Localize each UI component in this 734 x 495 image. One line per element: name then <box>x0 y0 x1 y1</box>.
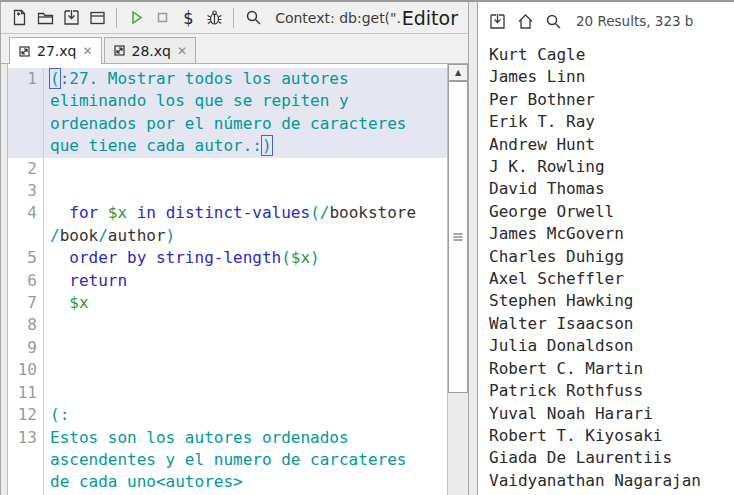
result-item: Per Bothner <box>489 89 734 111</box>
line-number: 10 <box>8 359 44 381</box>
editor-toolbar: $ Context: db:get("... E <box>1 2 468 34</box>
result-item: Stephen Hawking <box>489 290 734 312</box>
results-list[interactable]: Kurt CagleJames LinnPer BothnerErik T. R… <box>478 40 734 495</box>
code-line[interactable]: 3 <box>8 180 447 202</box>
editor-left-edge <box>1 64 8 495</box>
code-line[interactable]: 5 order by string-length($x) <box>8 247 447 269</box>
result-item: Kurt Cagle <box>489 44 734 66</box>
line-number: 3 <box>8 180 44 202</box>
open-folder-button[interactable] <box>33 5 57 31</box>
results-panel: 20 Results, 323 b Kurt CagleJames LinnPe… <box>478 2 734 495</box>
line-number: 1 <box>8 68 44 158</box>
code-line[interactable]: 12(: <box>8 404 447 426</box>
line-number: 5 <box>8 247 44 269</box>
result-item: Julia Donaldson <box>489 335 734 357</box>
line-number: 4 <box>8 202 44 247</box>
editor-scrollbar[interactable]: ▲ <box>447 64 468 495</box>
archive-icon <box>88 8 107 27</box>
save-icon <box>62 8 81 27</box>
line-number: 7 <box>8 292 44 314</box>
code-line-text: (:27. Mostrar todos los autores eliminan… <box>44 68 447 158</box>
scrollbar-up-arrow[interactable]: ▲ <box>448 64 468 81</box>
code-line[interactable]: 7 $x <box>8 292 447 314</box>
toolbar-separator <box>116 8 117 28</box>
new-file-icon <box>10 8 29 27</box>
home-icon <box>516 12 535 31</box>
code-line-text <box>44 337 447 359</box>
code-text-area[interactable]: 1(:27. Mostrar todos los autores elimina… <box>8 64 447 495</box>
context-label: Context: db:get("... <box>275 10 400 26</box>
run-query-button[interactable] <box>124 5 148 31</box>
result-item: Yuval Noah Harari <box>489 403 734 425</box>
code-line-text <box>44 314 447 336</box>
line-number: 2 <box>8 158 44 180</box>
tab-label: 27.xq <box>37 43 76 59</box>
line-number: 11 <box>8 382 44 404</box>
result-item: Giada De Laurentiis <box>489 447 734 469</box>
search-icon <box>244 8 263 27</box>
line-number: 13 <box>8 427 44 494</box>
line-number: 12 <box>8 404 44 426</box>
line-number: 6 <box>8 270 44 292</box>
result-item: Robert T. Kiyosaki <box>489 425 734 447</box>
code-editor: 1(:27. Mostrar todos los autores elimina… <box>1 64 468 495</box>
panel-splitter[interactable] <box>468 2 478 495</box>
result-item: Charles Duhigg <box>489 246 734 268</box>
code-line[interactable]: 9 <box>8 337 447 359</box>
result-item: Andrew Hunt <box>489 134 734 156</box>
open-folder-icon <box>36 8 55 27</box>
save-icon <box>488 12 507 31</box>
tab-28xq[interactable]: 28.xq ✕ <box>104 37 197 63</box>
archive-button[interactable] <box>85 5 109 31</box>
scrollbar-grip-icon <box>454 234 463 241</box>
code-line-text: $x <box>44 292 447 314</box>
code-line-text <box>44 359 447 381</box>
line-number: 9 <box>8 337 44 359</box>
results-summary: 20 Results, 323 b <box>576 13 693 29</box>
result-item: Patrick Rothfuss <box>489 380 734 402</box>
app-window: $ Context: db:get("... E <box>0 0 734 495</box>
code-line[interactable]: 11 <box>8 382 447 404</box>
jump-search-button[interactable] <box>241 5 265 31</box>
editor-tabstrip: 27.xq ✕ 28.xq ✕ <box>1 34 468 64</box>
code-line-text: Estos son los autores ordenados ascenden… <box>44 427 447 494</box>
code-line-text: (: <box>44 404 447 426</box>
toolbar-separator <box>233 8 234 28</box>
result-item: George Orwell <box>489 201 734 223</box>
result-item: J K. Rowling <box>489 156 734 178</box>
find-result-button[interactable] <box>540 8 566 34</box>
scrollbar-thumb[interactable] <box>448 81 468 393</box>
code-line[interactable]: 4 for $x in distinct-values(/bookstore /… <box>8 202 447 247</box>
code-line[interactable]: 13Estos son los autores ordenados ascend… <box>8 427 447 494</box>
code-line[interactable]: 8 <box>8 314 447 336</box>
code-line[interactable]: 1(:27. Mostrar todos los autores elimina… <box>8 68 447 158</box>
code-line-text: for $x in distinct-values(/bookstore /bo… <box>44 202 447 247</box>
stop-button[interactable] <box>150 5 174 31</box>
result-item: Axel Scheffler <box>489 268 734 290</box>
save-button[interactable] <box>59 5 83 31</box>
tab-label: 28.xq <box>132 43 171 59</box>
debug-bug-icon <box>205 8 224 27</box>
debug-button[interactable] <box>202 5 226 31</box>
save-result-button[interactable] <box>484 8 510 34</box>
new-file-button[interactable] <box>7 5 31 31</box>
stop-icon <box>153 8 172 27</box>
tab-close-icon[interactable]: ✕ <box>82 44 92 58</box>
code-line[interactable]: 10 <box>8 359 447 381</box>
home-button[interactable] <box>512 8 538 34</box>
tab-27xq[interactable]: 27.xq ✕ <box>9 37 102 64</box>
code-line-text <box>44 180 447 202</box>
run-icon <box>127 8 146 27</box>
editor-panel-title: Editor <box>402 7 458 29</box>
line-number: 8 <box>8 314 44 336</box>
xquery-file-icon <box>18 45 31 58</box>
code-line-text <box>44 158 447 180</box>
tab-close-icon[interactable]: ✕ <box>177 44 187 58</box>
external-variables-button[interactable]: $ <box>176 5 200 31</box>
code-line[interactable]: 2 <box>8 158 447 180</box>
dollar-icon: $ <box>183 8 193 28</box>
code-line-text: return <box>44 270 447 292</box>
code-line[interactable]: 6 return <box>8 270 447 292</box>
results-toolbar: 20 Results, 323 b <box>478 2 734 40</box>
search-icon <box>544 12 563 31</box>
